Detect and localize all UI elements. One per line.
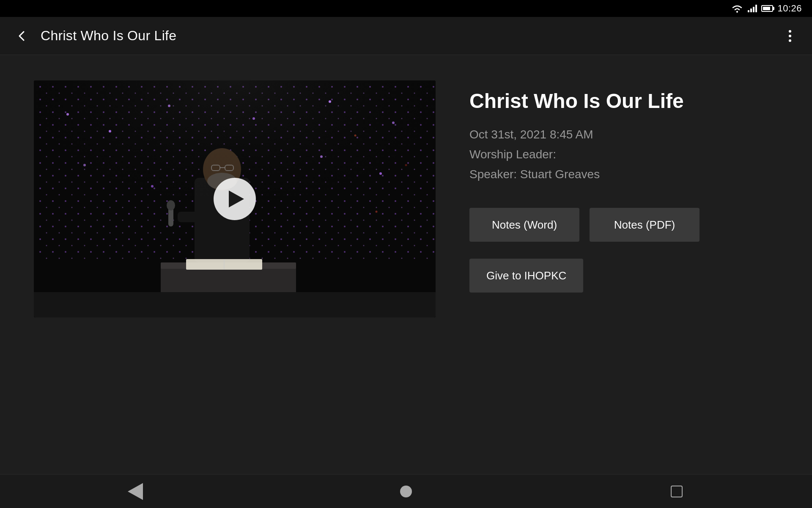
nav-recents-icon [671,486,683,497]
notes-buttons-row: Notes (Word) Notes (PDF) [469,208,778,242]
back-arrow-icon [15,29,29,43]
nav-home-icon [400,486,412,497]
notes-word-button[interactable]: Notes (Word) [469,208,579,242]
nav-home-button[interactable] [389,479,423,504]
notes-pdf-button[interactable]: Notes (PDF) [590,208,700,242]
sermon-speaker: Speaker: Stuart Greaves [469,166,778,182]
app-bar-title: Christ Who Is Our Life [41,28,778,44]
sermon-meta: Oct 31st, 2021 8:45 AM Worship Leader: S… [469,126,778,183]
main-content: Christ Who Is Our Life Oct 31st, 2021 8:… [0,55,812,474]
battery-icon [761,5,773,12]
nav-back-icon [128,483,143,500]
worship-leader: Worship Leader: [469,146,778,163]
overflow-menu-button[interactable] [778,24,802,48]
sermon-title: Christ Who Is Our Life [469,89,778,113]
play-button[interactable] [214,178,256,220]
sermon-date: Oct 31st, 2021 8:45 AM [469,126,778,143]
video-player[interactable] [34,80,436,318]
back-button[interactable] [10,24,34,48]
signal-bars-icon [748,5,757,12]
bottom-nav [0,474,812,508]
three-dots-icon [789,30,791,42]
nav-recents-button[interactable] [660,479,694,504]
wifi-icon [731,4,743,13]
give-button-row: Give to IHOPKC [469,259,778,293]
status-time: 10:26 [777,3,802,14]
svg-point-0 [736,11,738,13]
status-bar: 10:26 [0,0,812,17]
play-icon [229,190,244,207]
nav-back-button[interactable] [118,479,152,504]
status-icons: 10:26 [731,3,802,14]
app-bar: Christ Who Is Our Life [0,17,812,55]
give-to-ihopkc-button[interactable]: Give to IHOPKC [469,259,583,293]
info-panel: Christ Who Is Our Life Oct 31st, 2021 8:… [469,80,778,293]
